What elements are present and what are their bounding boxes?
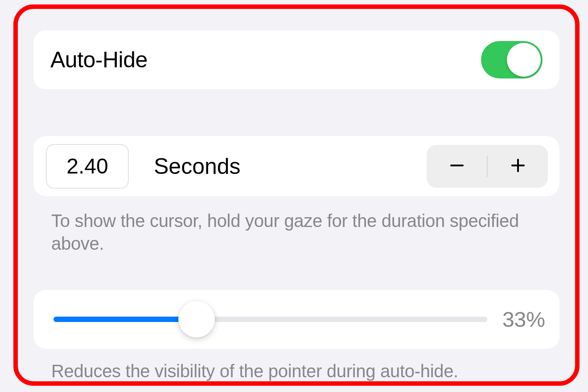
opacity-percent-label: 33%	[502, 307, 545, 332]
duration-stepper	[427, 145, 548, 188]
duration-unit-label: Seconds	[154, 153, 402, 179]
svg-rect-0	[450, 165, 464, 166]
auto-hide-row: Auto-Hide	[33, 30, 559, 89]
slider-fill	[53, 317, 197, 322]
auto-hide-label: Auto-Hide	[50, 47, 148, 73]
duration-value-field[interactable]: 2.40	[46, 144, 129, 189]
toggle-knob	[507, 43, 541, 77]
settings-panel-highlight: Auto-Hide 2.40 Seconds	[13, 4, 580, 386]
opacity-row: 33%	[33, 290, 559, 349]
auto-hide-toggle[interactable]	[481, 41, 543, 78]
opacity-slider[interactable]	[53, 317, 487, 322]
plus-icon	[510, 157, 526, 176]
slider-thumb[interactable]	[178, 301, 215, 338]
opacity-help-text: Reduces the visibility of the pointer du…	[33, 349, 559, 381]
duration-row: 2.40 Seconds	[33, 136, 559, 196]
stepper-decrement築[interactable]	[427, 145, 487, 188]
minus-icon	[448, 157, 465, 176]
stepper-increment[interactable]	[488, 145, 548, 188]
duration-help-text: To show the cursor, hold your gaze for t…	[33, 196, 559, 255]
svg-rect-2	[517, 159, 519, 172]
